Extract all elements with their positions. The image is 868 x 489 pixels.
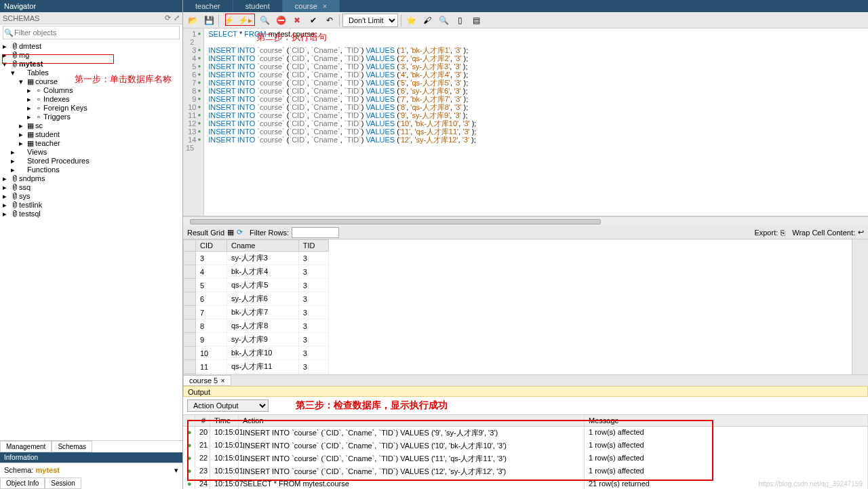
rollback-icon[interactable]: ↶ — [323, 14, 336, 27]
chevron-icon[interactable]: ▾ — [174, 466, 178, 475]
watermark: https://blog.csdn.net/qq_39247159 — [759, 480, 863, 488]
export-icon[interactable]: ⎘ — [781, 229, 785, 237]
limit-select[interactable]: Don't Limit — [342, 14, 398, 27]
tab-student[interactable]: student — [233, 0, 283, 12]
schemas-label: SCHEMAS — [3, 14, 39, 22]
sql-toolbar: 📂 💾 ⚡ ⚡▸ 🔍 ⛔ ✖ ✔ ↶ Don't Limit ⭐ 🖌 🔍 ▯ ▤ — [183, 12, 868, 28]
annotation-step2: 第二步：执行语句 — [256, 31, 327, 43]
commit-icon[interactable]: ✔ — [307, 14, 320, 27]
close-icon[interactable]: × — [220, 376, 224, 385]
stop-icon[interactable]: ⛔ — [274, 14, 288, 27]
output-row[interactable]: ●2210:15:01INSERT INTO `course` (`CID`, … — [183, 452, 868, 465]
tab-teacher[interactable]: teacher — [183, 0, 233, 12]
refresh-icon[interactable]: ⟳ — [165, 14, 171, 22]
open-icon[interactable]: 📂 — [186, 14, 199, 27]
explain-icon[interactable]: 🔍 — [258, 14, 271, 27]
tab-schemas[interactable]: Schemas — [52, 441, 92, 452]
execute-cursor-icon[interactable]: ⚡▸ — [238, 14, 252, 27]
beautify-icon[interactable]: 🖌 — [420, 14, 434, 27]
editor-panel: teacherstudentcourse× 📂 💾 ⚡ ⚡▸ 🔍 ⛔ ✖ ✔ ↶… — [183, 0, 868, 489]
annotation-step3: 第三步：检查数据库，显示执行成功 — [296, 399, 448, 412]
panel-icon[interactable]: ▯ — [453, 14, 467, 27]
expand-icon[interactable]: ⤢ — [174, 14, 180, 22]
close-icon[interactable]: × — [323, 2, 327, 10]
output-header: #TimeActionMessage — [183, 414, 868, 427]
save-icon[interactable]: 💾 — [202, 14, 216, 27]
filter-rows-label: Filter Rows: — [250, 229, 289, 237]
tab-course[interactable]: course× — [283, 0, 340, 12]
output-selector[interactable]: Action Output — [187, 399, 269, 412]
sql-editor[interactable]: 1●23●4●5●6●7●8●9●10●11●12●13●14●15 SELEC… — [183, 28, 868, 216]
refresh-icon[interactable]: ⟳ — [237, 228, 243, 237]
tab-management[interactable]: Management — [0, 441, 52, 452]
filter-input[interactable] — [14, 28, 179, 37]
tab-object-info[interactable]: Object Info — [0, 477, 45, 489]
result-toolbar: Result Grid ▦ ⟳ Filter Rows: Export: ⎘ W… — [183, 226, 868, 239]
schemas-bar: SCHEMAS ⟳⤢ — [0, 12, 182, 24]
side-rail[interactable] — [852, 239, 868, 374]
filter-rows-input[interactable] — [292, 227, 339, 238]
h-scrollbar[interactable] — [183, 216, 868, 226]
schema-tree[interactable]: ▸🛢dmtest▸🛢mg▾🛢mytest▾Tables▾▦course▸▫Col… — [0, 41, 182, 220]
result-grid-label: Result Grid — [187, 229, 224, 237]
information-bar: Information — [0, 452, 182, 463]
cancel-icon[interactable]: ✖ — [290, 14, 304, 27]
output-row[interactable]: ●2310:15:01INSERT INTO `course` (`CID`, … — [183, 465, 868, 478]
filter-row: 🔍 — [3, 26, 180, 39]
output-row[interactable]: ●2110:15:01INSERT INTO `course` (`CID`, … — [183, 439, 868, 452]
editor-tabs: teacherstudentcourse× — [183, 0, 868, 12]
result-grid[interactable]: CIDCnameTID3sy-人才库334bk-人才库435qs-人才库536s… — [183, 239, 868, 375]
output-row[interactable]: ●2010:15:01INSERT INTO `course` (`CID`, … — [183, 427, 868, 439]
navigator-title: Navigator — [0, 0, 182, 12]
export-label: Export: — [754, 229, 778, 237]
grid-icon[interactable]: ▦ — [227, 228, 234, 237]
execute-icon[interactable]: ⚡ — [222, 14, 235, 27]
favorite-icon[interactable]: ⭐ — [404, 14, 418, 27]
result-tab[interactable]: course 5× — [183, 375, 231, 386]
find-icon[interactable]: 🔍 — [437, 14, 450, 27]
search-icon: 🔍 — [3, 28, 14, 37]
schema-label: Schema: mytest — [4, 466, 60, 475]
output-title: Output — [183, 386, 868, 397]
snippet-icon[interactable]: ▤ — [469, 14, 483, 27]
tab-session[interactable]: Session — [45, 477, 81, 489]
annotation-step1: 第一步：单击数据库名称 — [75, 73, 172, 85]
wrap-icon[interactable]: ↩ — [858, 228, 864, 237]
wrap-label: Wrap Cell Content: — [792, 229, 855, 237]
